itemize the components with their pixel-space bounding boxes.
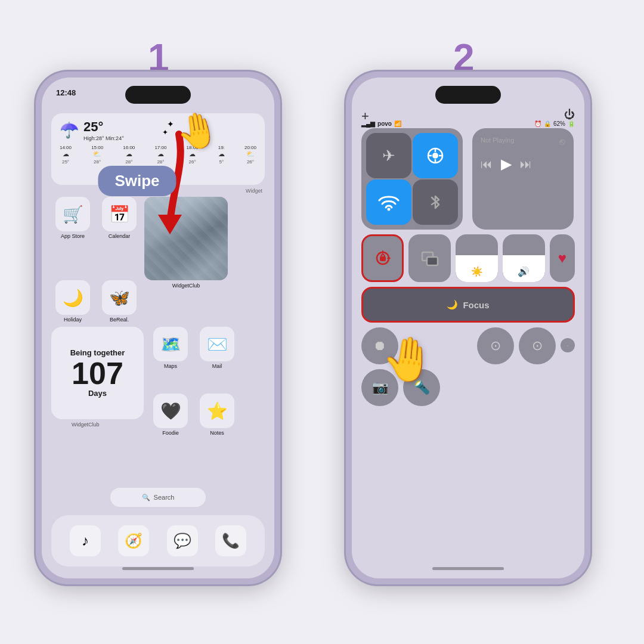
bereal-icon: 🦋 [102, 280, 137, 315]
app-row-3: 🗺️ Maps ✉️ Mail [149, 327, 239, 369]
widgetclub-under-label: WidgetClub [72, 422, 100, 428]
lock-icon-status: 🔒 [544, 120, 551, 127]
svg-point-3 [432, 153, 438, 159]
hand-cursor-phone2: 🤚 [379, 332, 437, 387]
media-block: Not Playing ⎋ ⏮ ▶ ⏭ [472, 128, 574, 230]
svg-point-8 [388, 208, 391, 211]
appstore-icon: 🛒 [55, 197, 90, 231]
brightness-slider[interactable]: ☀️ [456, 234, 498, 282]
wifi-icon-status: 📶 [394, 120, 401, 127]
brightness-icon: ☀️ [471, 266, 483, 277]
next-button[interactable]: ⏭ [520, 157, 532, 171]
app-item-foodie[interactable]: 🖤 Foodie [149, 394, 192, 436]
app-item-calendar[interactable]: 📅 Calendar [98, 197, 141, 289]
svg-rect-13 [427, 257, 438, 265]
app-item-maps[interactable]: 🗺️ Maps [149, 327, 192, 369]
carrier-name: povo [377, 120, 392, 127]
widget-label: Widget [246, 188, 262, 194]
phone1-status-time: 12:48 [56, 88, 76, 97]
extra-connectivity-button[interactable] [413, 179, 458, 225]
bereal-label: BeReal. [110, 317, 129, 323]
airdrop-button[interactable] [413, 133, 458, 178]
holiday-label: Holiday [64, 317, 82, 323]
dock: ♪ 🧭 💬 📞 [51, 515, 265, 566]
extra-round-2[interactable]: ⊙ [519, 327, 556, 364]
appstore-label: App Store [61, 233, 85, 239]
signal-bars: ▂▄▆ [361, 120, 375, 127]
swipe-label: Swipe [98, 166, 176, 196]
search-bar[interactable]: 🔍 Search [110, 488, 206, 507]
mail-icon: ✉️ [200, 327, 234, 361]
maps-label: Maps [164, 363, 177, 369]
app-item-holiday[interactable]: 🌙 Holiday [51, 280, 94, 323]
dynamic-island-2 [435, 86, 501, 104]
together-days-label: Days [88, 389, 107, 398]
airplay-icon[interactable]: ⎋ [559, 137, 565, 147]
prev-button[interactable]: ⏮ [481, 157, 493, 171]
app-row-4: 🖤 Foodie ⭐ Notes [149, 394, 239, 436]
media-playing-label: Not Playing [481, 137, 514, 144]
health-button[interactable]: ♥ [550, 234, 575, 282]
alarm-icon: ⏰ [534, 120, 541, 127]
play-button[interactable]: ▶ [501, 156, 512, 172]
phone-2-screen: + ⏻ ▂▄▆ povo 📶 ⏰ 🔒 62% 🔋 [352, 78, 584, 578]
marble-label: WidgetClub [172, 283, 200, 289]
media-controls: ⏮ ▶ ⏭ [481, 156, 565, 172]
hand-cursor-phone1: 🤚 [173, 107, 222, 154]
screen-mirror-button[interactable] [408, 234, 451, 282]
weather-sub: High:28° Min:24° [83, 135, 124, 141]
umbrella-icon: ☂️ [60, 121, 79, 140]
focus-button[interactable]: 🌙 Focus [361, 287, 575, 323]
p2-status-bar: ▂▄▆ povo 📶 ⏰ 🔒 62% 🔋 [361, 120, 575, 127]
wifi-button[interactable] [366, 179, 411, 225]
app-row-2: 🌙 Holiday 🦋 BeReal. [51, 280, 141, 323]
moon-icon: 🌙 [447, 299, 458, 310]
p2-signal: ▂▄▆ povo 📶 [361, 120, 401, 127]
rotation-lock-button[interactable] [361, 234, 404, 282]
svg-rect-11 [381, 255, 385, 258]
foodie-label: Foodie [162, 430, 179, 436]
calendar-icon: 📅 [102, 197, 137, 231]
app-row-1: 🛒 App Store 📅 Calendar WidgetClub [51, 197, 228, 289]
together-days-num: 107 [72, 358, 123, 389]
search-label: Search [154, 494, 175, 501]
together-widget: Being together 107 Days [51, 327, 144, 419]
sparkle-2: ✦ [162, 128, 168, 137]
notes-label: Notes [210, 430, 224, 436]
holiday-icon: 🌙 [55, 280, 90, 315]
focus-label: Focus [463, 300, 489, 310]
airplane-button[interactable]: ✈ [366, 133, 411, 178]
app-item-bereal[interactable]: 🦋 BeReal. [98, 280, 141, 323]
home-indicator-2 [432, 567, 504, 570]
dock-phone[interactable]: 📞 [215, 525, 246, 556]
app-item-notes[interactable]: ⭐ Notes [196, 394, 239, 436]
battery-icon: 🔋 [568, 120, 575, 127]
dynamic-island-1 [125, 86, 191, 104]
mail-label: Mail [212, 363, 222, 369]
maps-icon: 🗺️ [153, 327, 188, 361]
dock-messages[interactable]: 💬 [167, 525, 198, 556]
sparkle-1: ✦ [167, 119, 174, 129]
svg-marker-1 [158, 215, 182, 234]
p2-right-status: ⏰ 🔒 62% 🔋 [534, 120, 575, 127]
connectivity-block: ✈ [361, 128, 463, 230]
volume-icon: 🔊 [518, 266, 530, 277]
home-indicator-1 [122, 567, 194, 570]
phone-2: + ⏻ ▂▄▆ povo 📶 ⏰ 🔒 62% 🔋 [346, 72, 590, 584]
battery-percent: 62% [553, 120, 565, 127]
extra-round-1[interactable]: ⊙ [477, 327, 514, 364]
volume-slider[interactable]: 🔊 [503, 234, 545, 282]
weather-temp: 25° [83, 119, 124, 135]
foodie-icon: 🖤 [153, 394, 188, 428]
app-item-appstore[interactable]: 🛒 App Store [51, 197, 94, 289]
notes-icon: ⭐ [200, 394, 234, 428]
app-item-mail[interactable]: ✉️ Mail [196, 327, 239, 369]
extra-round-3[interactable]: · [561, 338, 575, 352]
calendar-label: Calendar [109, 233, 131, 239]
dock-compass[interactable]: 🧭 [118, 525, 149, 556]
dock-music[interactable]: ♪ [70, 525, 101, 556]
search-icon: 🔍 [142, 494, 150, 501]
